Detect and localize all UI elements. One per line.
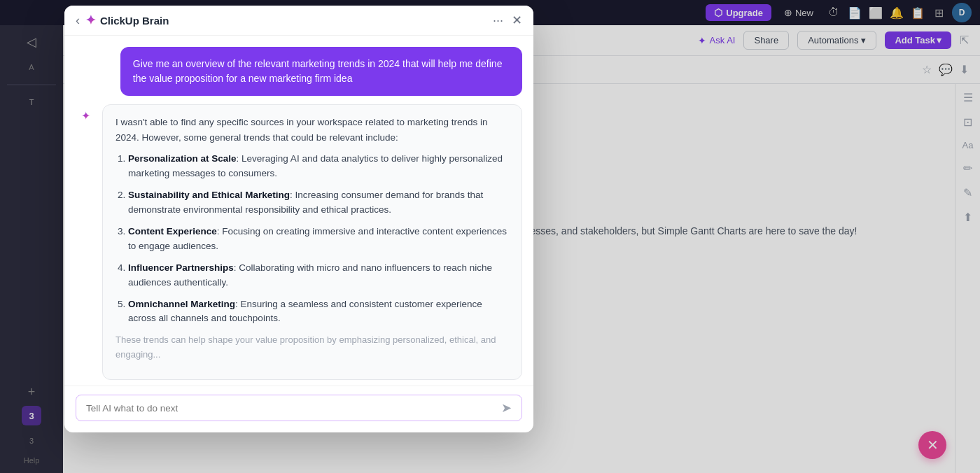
trend-3-title: Content Experience	[128, 226, 217, 236]
trend-item-4: Influencer Partnerships: Collaborating w…	[128, 261, 509, 290]
brain-body: Give me an overview of the relevant mark…	[64, 36, 533, 386]
brain-input-field[interactable]	[76, 396, 493, 421]
trend-4-title: Influencer Partnerships	[128, 262, 234, 273]
trend-item-1: Personalization at Scale: Leveraging AI …	[128, 152, 509, 181]
brain-options-icon[interactable]: ···	[493, 13, 503, 28]
brain-back-button[interactable]: ‹	[76, 13, 80, 28]
send-icon: ➤	[501, 400, 512, 416]
brain-send-button[interactable]: ➤	[493, 395, 519, 421]
ai-response-bubble: I wasn't able to find any specific sourc…	[102, 104, 522, 380]
trends-list: Personalization at Scale: Leveraging AI …	[115, 152, 509, 326]
trend-5-title: Omnichannel Marketing	[128, 299, 235, 309]
brain-input-area: ➤	[64, 386, 533, 432]
brain-header-right: ··· ✕	[493, 13, 522, 28]
trend-item-3: Content Experience: Focusing on creating…	[128, 225, 509, 254]
user-message-bubble: Give me an overview of the relevant mark…	[120, 47, 522, 96]
brain-dialog: ‹ ✦ ClickUp Brain ··· ✕ Give me an overv…	[64, 6, 533, 432]
brain-dialog-header: ‹ ✦ ClickUp Brain ··· ✕	[64, 6, 533, 36]
ai-response: ✦ I wasn't able to find any specific sou…	[76, 104, 522, 380]
brain-header-left: ‹ ✦ ClickUp Brain	[76, 13, 169, 28]
ai-intro-text: I wasn't able to find any specific sourc…	[115, 115, 509, 145]
brain-logo-icon: ✦	[85, 13, 96, 28]
trend-item-5: Omnichannel Marketing: Ensuring a seamle…	[128, 297, 509, 327]
trend-1-title: Personalization at Scale	[128, 153, 237, 164]
brain-close-button[interactable]: ✕	[512, 13, 522, 28]
user-message-text: Give me an overview of the relevant mark…	[133, 58, 503, 84]
ai-footer-text: These trends can help shape your value p…	[115, 333, 509, 362]
brain-logo: ✦ ClickUp Brain	[85, 13, 169, 28]
trend-2-title: Sustainability and Ethical Marketing	[128, 190, 290, 200]
back-chevron-icon: ‹	[76, 13, 80, 27]
close-icon: ✕	[512, 13, 522, 27]
trend-item-2: Sustainability and Ethical Marketing: In…	[128, 188, 509, 218]
brain-input-wrap: ➤	[76, 395, 522, 421]
brain-logo-text: ClickUp Brain	[100, 15, 169, 27]
ai-response-icon: ✦	[76, 106, 95, 125]
